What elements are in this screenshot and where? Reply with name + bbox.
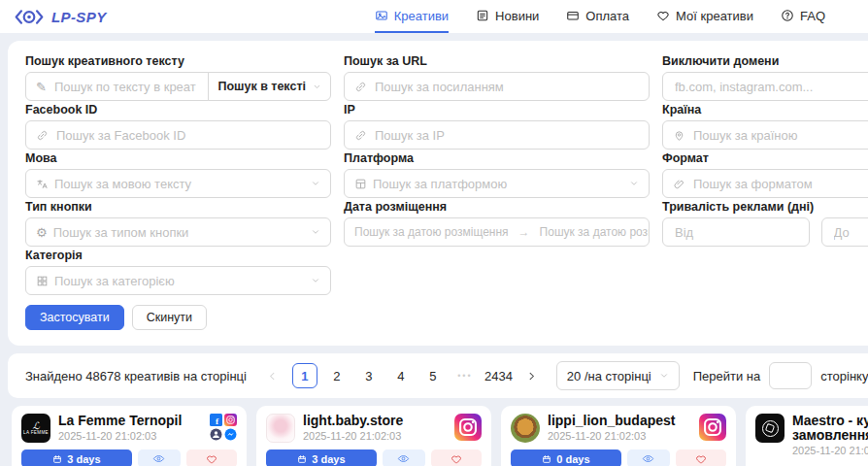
favorite-button[interactable] [431,449,483,466]
logo[interactable]: LP-SPY [14,7,107,27]
reset-button[interactable]: Скинути [132,305,207,330]
page-size-value: 20 /на сторінці [567,369,651,383]
messenger-icon [224,428,237,441]
days-badge[interactable]: 3 days [266,449,377,466]
days-badge[interactable]: 3 days [21,449,132,466]
translate-icon [36,178,49,190]
search-mode-select[interactable]: Пошук в тексті [208,72,331,101]
page-button-3[interactable]: 3 [356,363,382,388]
language-select[interactable]: Пошук за мовою тексту [25,169,331,198]
view-button[interactable] [627,449,670,466]
chevron-left-icon [267,371,278,382]
eye-icon [642,452,654,465]
page-button-last[interactable]: 2434 [484,363,513,388]
days-badge[interactable]: 0 days [511,449,621,466]
duration-to-wrap [821,217,868,247]
nav-my-creatives[interactable]: Мої креативи [656,0,753,33]
nav-news[interactable]: Новини [476,0,539,33]
field-label: Дата розміщення [344,200,650,214]
instagram-icon [454,414,482,441]
field-label: Країна [662,103,868,116]
filters-grid: Пошук креативного тексту ✎ Пошук в текст… [25,54,868,295]
prev-page-button[interactable] [260,363,285,388]
platform-select[interactable]: Пошук за платформою [344,169,650,198]
ip-input[interactable] [373,127,639,144]
news-icon [476,9,489,22]
creative-card[interactable]: Maestro - кухні, меблі на замовлення в У… [746,406,868,466]
placement-date-range[interactable]: Пошук за датою розміщення → Пошук за дат… [344,217,650,247]
nav-creatives[interactable]: Креативи [375,0,449,33]
calendar-icon [297,454,307,464]
table-grid-icon [354,178,367,190]
page-button-5[interactable]: 5 [420,363,446,388]
nav-faq[interactable]: FAQ [781,0,825,33]
days-label: 3 days [67,453,100,465]
main-nav: Креативи Новини Оплата Мої креативи FAQ [375,0,825,33]
field-label: Пошук креативного тексту [25,54,331,68]
view-button[interactable] [138,449,181,466]
heart-icon [206,453,217,465]
nav-label: Мої креативи [676,9,753,23]
creative-card[interactable]: ℒ LA FEMME La Femme Ternopil 2025-11-20 … [12,406,247,466]
page-size-select[interactable]: 20 /на сторінці [556,361,680,390]
goto-page-input[interactable] [769,362,812,389]
filter-format: Формат [662,151,868,198]
credit-card-icon [566,9,580,22]
creative-text-input-wrap: ✎ [25,72,209,101]
facebook-id-input-wrap [25,120,331,150]
apply-button[interactable]: Застосувати [25,305,124,330]
avatar [511,414,540,443]
category-select[interactable]: Пошук за категорією [25,266,331,295]
country-input[interactable] [691,127,868,144]
creative-card[interactable]: light.baby.store 2025-11-20 21:02:03 3 d… [256,406,491,466]
date-to-placeholder: Пошук за датою розміщення [540,225,650,239]
filter-language: Мова Пошук за мовою тексту [25,151,331,198]
next-page-button[interactable] [519,363,545,388]
duration-from-input[interactable] [673,224,799,241]
favorite-button[interactable] [676,449,727,466]
chevron-right-icon [526,371,537,382]
card-date: 2025-11-20 21:02:03 [303,430,447,443]
view-button[interactable] [383,449,425,466]
chevron-down-icon [313,83,321,91]
pagination-ellipsis[interactable]: ••• [452,371,478,381]
nav-label: FAQ [800,9,825,23]
creative-text-input[interactable] [52,79,199,95]
filter-url: Пошук за URL [344,54,650,101]
filter-exclude-domains: Виключити домени [662,54,868,101]
platform-placeholder: Пошук за платформою [373,177,507,191]
heart-icon [451,453,462,465]
filter-facebook-id: Facebook ID [25,103,331,150]
page-button-4[interactable]: 4 [388,363,414,388]
exclude-domains-input[interactable] [673,79,868,95]
filter-actions: Застосувати Скинути [25,305,868,330]
date-from-placeholder: Пошук за датою розміщення [354,225,509,239]
favorite-button[interactable] [186,449,238,466]
card-date: 2025-11-20 21:02:03 [58,430,202,443]
duration-to-input[interactable] [832,224,868,241]
creative-cards: ℒ LA FEMME La Femme Ternopil 2025-11-20 … [12,406,868,466]
page-button-1[interactable]: 1 [292,363,317,388]
avatar [266,414,295,443]
heart-icon [695,453,707,465]
goto-prefix-label: Перейти на [693,369,761,383]
filter-country: Країна [662,103,868,150]
picture-icon [375,9,388,22]
link-icon [354,129,367,142]
logo-eye-icon [14,7,45,27]
results-bar: Знайдено 48678 креативів на сторінці 1 2… [8,353,868,398]
chevron-down-icon [311,227,320,237]
field-label: Мова [25,151,331,165]
page-button-2[interactable]: 2 [324,363,350,388]
chevron-down-icon [629,179,639,188]
creative-card[interactable]: lippi_lion_budapest 2025-11-20 21:02:03 … [501,406,736,466]
format-input[interactable] [691,176,868,192]
facebook-id-input[interactable] [54,127,320,144]
button-type-placeholder: Пошук за типом кнопки [53,225,189,240]
filter-creative-text: Пошук креативного тексту ✎ Пошук в текст… [25,54,331,101]
button-type-select[interactable]: ⚙ Пошук за типом кнопки [25,217,331,247]
facebook-icon: f [210,414,222,426]
field-label: Категорія [25,249,331,262]
url-input[interactable] [373,79,639,95]
nav-payment[interactable]: Оплата [566,0,629,33]
